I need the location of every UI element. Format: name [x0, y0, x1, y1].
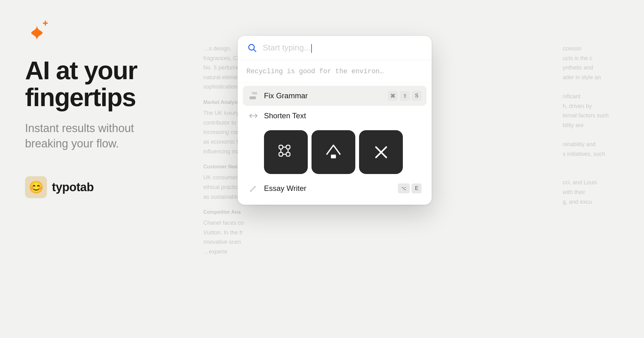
- svg-rect-4: [250, 96, 256, 99]
- search-placeholder: Start typing...: [263, 43, 311, 52]
- svg-rect-8: [279, 145, 283, 149]
- alt-key: ⌥: [398, 183, 410, 193]
- headline: AI at your fingertips: [25, 57, 206, 111]
- svg-rect-9: [279, 152, 283, 156]
- menu-item-fix-grammar[interactable]: Fix Grammar ⌘ ⇧ S: [243, 86, 427, 106]
- brand-name: typotab: [52, 181, 94, 194]
- menu-item-shorten-text[interactable]: Shorten Text: [243, 106, 427, 126]
- left-section: AI at your fingertips Instant results wi…: [25, 19, 206, 198]
- ui-card: Start typing... Recycling is good for th…: [238, 36, 432, 205]
- shift-key: ⇧: [400, 91, 410, 101]
- arrows-icon: [248, 110, 259, 121]
- essay-writer-label: Essay Writer: [264, 184, 393, 193]
- svg-rect-16: [331, 155, 336, 158]
- fix-grammar-shortcuts: ⌘ ⇧ S: [388, 91, 422, 101]
- search-icon: [246, 42, 258, 54]
- search-input[interactable]: Start typing...: [263, 43, 423, 53]
- essay-writer-shortcuts: ⌥ E: [398, 183, 422, 193]
- menu-section: Fix Grammar ⌘ ⇧ S Shorten Text: [238, 83, 432, 198]
- shift-keyboard-key: [312, 130, 355, 174]
- autocomplete-suggestion: Recycling is good for the environ…: [238, 60, 432, 83]
- cmd-keyboard-key: [264, 130, 308, 174]
- sparkle-icon: [25, 19, 53, 47]
- s-key: S: [412, 91, 422, 101]
- svg-rect-6: [253, 92, 257, 95]
- brand-logo: 😊: [25, 176, 47, 198]
- close-keyboard-key: [359, 130, 403, 174]
- keyboard-keys-row: [243, 127, 427, 177]
- text-cursor: [311, 44, 312, 53]
- subheadline: Instant results without breaking your fl…: [25, 121, 206, 151]
- pencil-icon: [248, 183, 259, 194]
- menu-item-essay-writer[interactable]: Essay Writer ⌥ E: [243, 178, 427, 198]
- svg-rect-10: [286, 145, 290, 149]
- svg-rect-11: [286, 152, 290, 156]
- brand-row: 😊 typotab: [25, 176, 206, 198]
- cmd-key: ⌘: [388, 91, 398, 101]
- bg-text-right: ccessinucts is the cynthetic andader in …: [563, 44, 644, 207]
- eraser-icon: [248, 90, 259, 101]
- e-key: E: [412, 183, 422, 193]
- shorten-text-label: Shorten Text: [264, 111, 422, 120]
- svg-line-3: [254, 49, 256, 52]
- search-bar[interactable]: Start typing...: [238, 36, 432, 60]
- fix-grammar-label: Fix Grammar: [264, 91, 383, 100]
